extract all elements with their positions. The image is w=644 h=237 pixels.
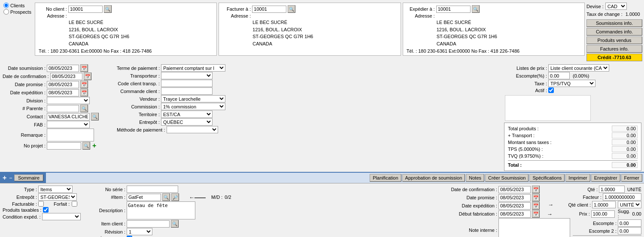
actif-checkbox[interactable]: [548, 87, 554, 93]
fermer-button[interactable]: Fermer: [621, 174, 642, 182]
terme-select[interactable]: Paiement comptant sur l: [161, 64, 225, 72]
specifications-button[interactable]: Spécifications: [529, 174, 565, 182]
revision-select[interactable]: 1: [127, 228, 152, 235]
item-zoom-icon[interactable]: 🔎: [171, 193, 179, 201]
date-soumission-cal-icon[interactable]: 📅: [80, 64, 88, 72]
date-soumission-input[interactable]: [47, 65, 79, 72]
total-final-label: Total :: [508, 162, 525, 168]
prix-input[interactable]: [591, 210, 615, 218]
terme-row: Terme de paiement : Paiement comptant su…: [117, 64, 501, 72]
parente-icon[interactable]: 🔍: [80, 105, 88, 112]
division-select[interactable]: [47, 97, 90, 104]
parente-input[interactable]: [47, 105, 79, 112]
facturer-input[interactable]: [252, 6, 286, 13]
add-item-plus-icon[interactable]: +: [3, 174, 6, 182]
fab-select[interactable]: [47, 121, 90, 128]
date-confirmation-cal-icon[interactable]: 📅: [84, 72, 91, 80]
transporteur-select[interactable]: [161, 72, 213, 79]
det-date-expedition-input[interactable]: [498, 202, 531, 210]
escompte-det-input[interactable]: [618, 219, 641, 227]
vendeur-select[interactable]: Trayce Larochelle: [161, 95, 225, 102]
det-date-expedition-cal[interactable]: 📅: [532, 202, 540, 210]
forfait-checkbox[interactable]: [72, 201, 77, 207]
escompte-input[interactable]: [548, 72, 570, 79]
taxe-select[interactable]: TPS/TVQ: [548, 80, 595, 87]
factures-info-button[interactable]: Factures info.: [586, 45, 642, 53]
add-item-minus-icon[interactable]: −: [9, 175, 12, 181]
entrepot-det-select[interactable]: ST-GEORGES: [38, 193, 77, 201]
no-projet-search-icon[interactable]: 🔍: [82, 142, 90, 150]
date-expedition-cal-icon[interactable]: 📅: [80, 89, 88, 96]
radio-prospects-input[interactable]: [3, 9, 9, 15]
date-expedition-row: Date expédition : 📅: [3, 89, 114, 96]
description-textarea[interactable]: Gateau de fête: [127, 201, 195, 219]
produits-vendus-button[interactable]: Produits vendus: [586, 36, 642, 44]
date-promise-cal-icon[interactable]: 📅: [80, 81, 88, 88]
contact-input[interactable]: [47, 113, 90, 120]
debut-fabrication-input[interactable]: [498, 210, 531, 218]
facturer-search-icon[interactable]: 🔍: [288, 5, 295, 13]
date-promise-input[interactable]: [47, 81, 79, 88]
contact-icon[interactable]: 🔍: [91, 113, 99, 120]
qte-input[interactable]: [599, 186, 625, 193]
det-date-confirmation-cal[interactable]: 📅: [532, 186, 540, 193]
det-date-promise-input[interactable]: [498, 194, 531, 201]
expedier-tel: Tél. : 180 230-6361 Ext:00000 No Fax : 4…: [405, 47, 583, 54]
client-address-label-row: Adresse :: [37, 13, 215, 18]
det-date-promise-cal[interactable]: 📅: [532, 194, 540, 201]
sommaire-button[interactable]: Sommaire: [14, 174, 43, 181]
approbation-tab[interactable]: Approbation de soumission: [402, 174, 465, 182]
taux-label: Taux de change :: [586, 12, 623, 17]
item-search-icon[interactable]: 🔍: [162, 193, 170, 201]
type-select[interactable]: Items: [38, 186, 73, 193]
no-projet-plus-icon[interactable]: +: [92, 142, 96, 150]
no-serie-input[interactable]: [127, 186, 178, 193]
methode-select[interactable]: [167, 126, 218, 133]
devise-select[interactable]: CAD: [605, 3, 627, 10]
expedier-input[interactable]: [436, 6, 471, 13]
remarque-textarea[interactable]: [47, 129, 94, 141]
commandes-info-button[interactable]: Commandes info.: [586, 28, 642, 36]
condition-row: Condition expéd. :: [3, 213, 88, 220]
transport-value: 0.00: [612, 132, 638, 138]
item-input[interactable]: [127, 194, 161, 201]
expedier-search-icon[interactable]: 🔍: [472, 5, 480, 13]
date-confirmation-input[interactable]: [50, 73, 82, 80]
radio-prospects[interactable]: Prospects: [3, 9, 31, 15]
top-bar: Clients Prospects No client : 🔍 Adresse …: [0, 0, 644, 63]
planification-tab[interactable]: Planification: [370, 174, 401, 182]
territoire-select[interactable]: EST/CA: [161, 111, 213, 118]
creer-soumission-button[interactable]: Créer Soumission: [485, 174, 529, 182]
det-date-promise-label: Date promise :: [450, 195, 497, 200]
qte-client-input[interactable]: [592, 201, 616, 208]
debut-fabrication-cal[interactable]: 📅: [532, 210, 540, 218]
enregistrer-button[interactable]: Enregistrer: [591, 174, 620, 182]
facteur-input[interactable]: [603, 193, 641, 201]
escompte2-input[interactable]: [618, 227, 641, 234]
no-client-input[interactable]: [68, 6, 103, 13]
commande-client-input[interactable]: [161, 87, 213, 95]
listes-select[interactable]: Liste client courante (CA: [548, 64, 609, 72]
md-value: 0/2: [225, 195, 231, 200]
notes-tab[interactable]: Notes: [466, 174, 484, 182]
item-client-icon[interactable]: 🔍: [171, 220, 179, 228]
code-client-input[interactable]: [161, 80, 213, 87]
produits-taxables-checkbox[interactable]: [43, 207, 49, 213]
commission-select[interactable]: 1% commission: [161, 103, 225, 110]
imprimer-button[interactable]: Imprimer: [565, 174, 590, 182]
no-projet-input[interactable]: [47, 142, 81, 150]
note-interne-textarea[interactable]: [498, 218, 570, 237]
client-search-icon[interactable]: 🔍: [104, 5, 112, 13]
facturable-checkbox[interactable]: [38, 201, 44, 207]
date-expedition-input[interactable]: [47, 89, 79, 96]
condition-select[interactable]: [42, 213, 81, 220]
radio-clients[interactable]: Clients: [3, 3, 31, 8]
det-date-confirmation-input[interactable]: [498, 186, 531, 193]
soumissions-info-button[interactable]: Soumissions info.: [586, 19, 642, 27]
item-client-input[interactable]: [127, 220, 170, 228]
radio-clients-input[interactable]: [3, 3, 9, 8]
facteur-row: Facteur :: [573, 193, 641, 201]
unite-client-select[interactable]: UNITÉ: [618, 201, 641, 208]
entrepot-select[interactable]: QUÉBEC: [161, 118, 213, 126]
vendeur-label: Vendeur :: [117, 96, 160, 102]
